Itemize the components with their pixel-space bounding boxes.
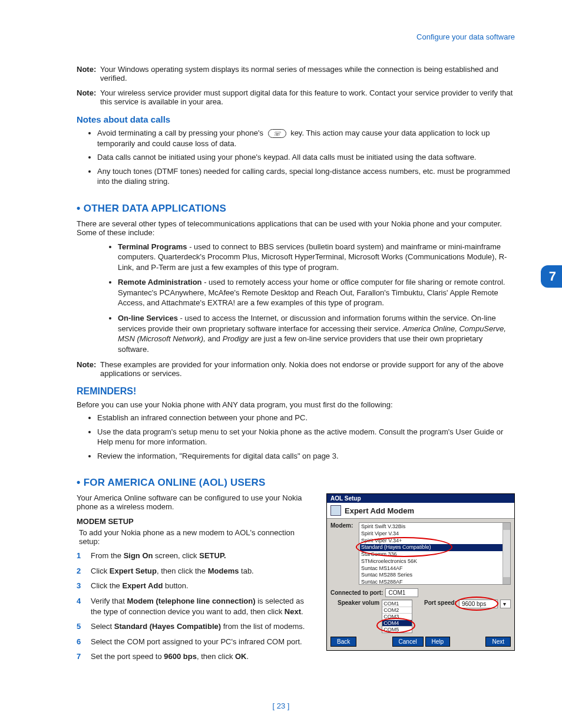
aol-logo-icon (330, 505, 341, 516)
port-speed-select[interactable]: 9600 bps (459, 599, 498, 608)
port-speed-label: Port speed: (424, 599, 457, 606)
modem-option[interactable]: Suntac MS288AF (360, 579, 510, 586)
com-option[interactable]: COM4 (382, 620, 412, 626)
modem-setup-heading: MODEM SETUP (77, 517, 316, 526)
step-item: Select the COM port assigned to your PC'… (77, 637, 316, 647)
modem-option[interactable]: Spirit Viper V.34+ (360, 538, 510, 545)
speaker-volume-label: Speaker volum (338, 599, 379, 606)
step-item: Click the Expert Add button. (77, 581, 316, 591)
aol-dialog: AOL Setup Expert Add Modem Modem: Spirit… (326, 493, 515, 651)
com-option[interactable]: COM3 (382, 613, 412, 620)
modem-listbox[interactable]: Spirit Swift V.32BisSpirit Viper V.34Spi… (359, 522, 511, 585)
page-number: [ 23 ] (0, 701, 562, 710)
list-item: Review the information, "Requirements fo… (97, 451, 515, 462)
aol-intro: Your America Online software can be conf… (77, 493, 316, 511)
section-title-notes-about: Notes about data calls (77, 114, 515, 124)
list-item: Terminal Programs - used to connect to B… (118, 242, 515, 273)
notes-about-list: Avoid terminating a call by pressing you… (77, 128, 515, 187)
port-select[interactable]: COM1 (385, 588, 418, 597)
reminders-intro: Before you can use your Nokia phone with… (77, 400, 515, 409)
modem-option[interactable]: Spirit Viper V.34 (360, 531, 510, 538)
com-option[interactable]: COM5 (382, 626, 412, 633)
step-item: From the Sign On screen, click SETUP. (77, 551, 316, 561)
cancel-button[interactable]: Cancel (392, 637, 424, 647)
note-label: Note: (77, 65, 100, 83)
modem-option[interactable]: Suntac MS288 Series (360, 572, 510, 579)
note-label: Note: (77, 88, 100, 106)
com-option[interactable]: COM1 (382, 600, 412, 607)
modem-option[interactable]: StarComm 336 (360, 551, 510, 558)
reminders-list: Establish an infrared connection between… (77, 413, 515, 461)
aol-dialog-title: AOL Setup (327, 494, 514, 503)
other-note: Note: These examples are provided for yo… (77, 360, 515, 378)
note-label: Note: (77, 360, 100, 378)
section-title-reminders: REMINDERS! (77, 386, 515, 397)
note-text: Your wireless service provider must supp… (100, 88, 515, 106)
dropdown-arrow-icon[interactable]: ▾ (500, 599, 511, 608)
section-other-intro: There are several other types of telecom… (77, 219, 515, 237)
com-port-dropdown[interactable]: COM1COM2COM3COM4COM5 (382, 599, 412, 633)
list-item: Use the data program's setup menu to set… (97, 427, 515, 447)
modem-option[interactable]: Standard (Hayes Compatible) (360, 544, 510, 551)
next-button[interactable]: Next (485, 637, 511, 647)
scrollbar[interactable] (503, 523, 510, 584)
note: Note:Your wireless service provider must… (77, 88, 515, 106)
list-item: Avoid terminating a call by pressing you… (97, 128, 515, 149)
list-item: Remote Administration - used to remotely… (118, 277, 515, 308)
end-call-key-icon: ☏ (268, 129, 286, 139)
modem-option[interactable]: STMicroelectronics 56K (360, 558, 510, 565)
com-option[interactable]: COM2 (382, 607, 412, 613)
step-item: Verify that Modem (telephone line connec… (77, 596, 316, 617)
list-item: Data calls cannot be initiated using you… (97, 152, 515, 163)
note-text: Your Windows operating system displays i… (100, 65, 515, 83)
modem-setup-intro: To add your Nokia phone as a new modem t… (79, 528, 316, 546)
step-item: Click Expert Setup, then click the Modem… (77, 566, 316, 577)
chapter-tab: 7 (541, 265, 562, 288)
list-item: Any touch tones (DTMF tones) needed for … (97, 166, 515, 187)
section-title-other: OTHER DATA APPLICATIONS (77, 202, 515, 215)
modem-option[interactable]: Spirit Swift V.32Bis (360, 523, 510, 531)
note: Note:Your Windows operating system displ… (77, 65, 515, 83)
section-title-aol: FOR AMERICA ONLINE (AOL) USERS (77, 476, 515, 489)
modem-label: Modem: (330, 522, 355, 585)
step-item: Set the port speed to 9600 bps, then cli… (77, 651, 316, 662)
list-item: Establish an infrared connection between… (97, 413, 515, 423)
help-button[interactable]: Help (425, 637, 451, 647)
note-text: These examples are provided for your inf… (100, 360, 515, 378)
step-item: Select Standard (Hayes Compatible) from … (77, 621, 316, 632)
modem-setup-steps: From the Sign On screen, click SETUP.Cli… (77, 551, 316, 661)
connected-port-label: Connected to port: (330, 589, 383, 596)
other-apps-list: Terminal Programs - used to connect to B… (77, 242, 515, 354)
aol-dialog-header: Expert Add Modem (327, 503, 514, 519)
modem-option[interactable]: Suntac MS144AF (360, 565, 510, 572)
back-button[interactable]: Back (330, 637, 356, 647)
list-item: On-line Services - used to access the In… (118, 313, 515, 354)
header-breadcrumb: Configure your data software (416, 32, 515, 41)
